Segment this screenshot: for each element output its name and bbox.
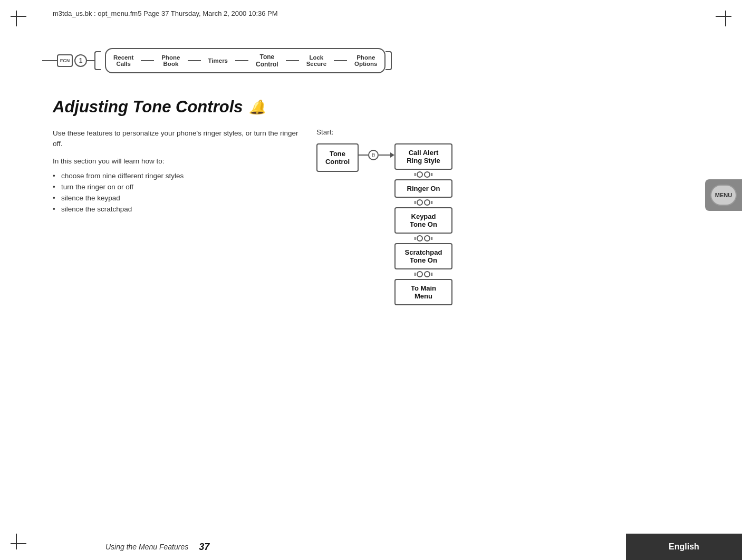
flow-box-to-main-menu: To Main Menu bbox=[394, 279, 452, 305]
nav-items-box: Recent Calls Phone Book Timers Tone Cont… bbox=[105, 48, 386, 73]
vert-line-4a bbox=[415, 273, 416, 276]
vert-line-2b bbox=[431, 201, 432, 204]
flow-box-ringer-on: Ringer On bbox=[394, 179, 452, 198]
menu-button-container: MENU bbox=[705, 179, 742, 211]
corner-mark-tr bbox=[716, 11, 731, 26]
arrow-body bbox=[379, 155, 390, 156]
page-number: 37 bbox=[199, 542, 209, 553]
circle-left-4 bbox=[417, 271, 423, 277]
nav-item-phone-options: Phone Options bbox=[347, 53, 384, 68]
filepath: m3tda_us.bk : opt_menu.fm5 Page 37 Thurs… bbox=[53, 9, 278, 17]
nav-sep-3 bbox=[235, 60, 248, 61]
flow-box-call-alert: Call Alert Ring Style bbox=[394, 143, 452, 170]
vert-line-3b bbox=[431, 237, 432, 240]
double-circle-3 bbox=[415, 235, 432, 242]
nav-left-dash bbox=[42, 60, 57, 61]
vert-line-1b bbox=[431, 173, 432, 176]
circle-left-2 bbox=[417, 199, 423, 206]
nav-bracket bbox=[94, 51, 101, 70]
nav-item-lock-secure: Lock Secure bbox=[299, 53, 334, 68]
double-circle-1 bbox=[415, 171, 432, 178]
flow-right-stack: Call Alert Ring Style Ringer On bbox=[394, 143, 452, 305]
page-title: Adjusting Tone Controls 🔔 bbox=[53, 98, 637, 117]
connector-line-left bbox=[359, 155, 368, 156]
nav-item-recent-calls: Recent Calls bbox=[106, 53, 141, 68]
language-label: English bbox=[626, 534, 742, 560]
list-item: • choose from nine different ringer styl… bbox=[53, 170, 306, 181]
learn-text: In this section you will learn how to: bbox=[53, 157, 306, 165]
fcn-icon: FCN bbox=[57, 54, 73, 67]
pre-nav-line bbox=[87, 60, 94, 61]
right-column: Start: Tone Control θ bbox=[316, 128, 452, 305]
one-icon: 1 bbox=[74, 54, 87, 67]
bell-icon: 🔔 bbox=[249, 99, 266, 115]
corner-mark-tl bbox=[11, 11, 26, 26]
vert-line-2a bbox=[415, 201, 416, 204]
start-label: Start: bbox=[316, 128, 452, 136]
list-item: • silence the scratchpad bbox=[53, 204, 306, 215]
main-content: Adjusting Tone Controls 🔔 Use these feat… bbox=[53, 98, 637, 305]
content-columns: Use these features to personalize your p… bbox=[53, 128, 637, 305]
vert-line-3a bbox=[415, 237, 416, 240]
circle-right-1 bbox=[424, 171, 430, 178]
nav-item-phone-book: Phone Book bbox=[154, 53, 187, 68]
nav-bar: FCN 1 Recent Calls Phone Book Timers Ton… bbox=[42, 37, 673, 84]
circle-left-1 bbox=[417, 171, 423, 178]
nav-sep-4 bbox=[286, 60, 299, 61]
using-text: Using the Menu Features bbox=[105, 543, 188, 551]
bottom-bar: Using the Menu Features 37 English bbox=[0, 534, 742, 560]
tone-control-box: Tone Control bbox=[316, 143, 359, 172]
vert-line-1a bbox=[415, 173, 416, 176]
right-arrow bbox=[379, 152, 394, 158]
list-item: • silence the keypad bbox=[53, 192, 306, 204]
theta-circle: θ bbox=[368, 150, 379, 160]
intro-text: Use these features to personalize your p… bbox=[53, 128, 306, 150]
bottom-left: Using the Menu Features 37 bbox=[0, 534, 626, 560]
arrow-head bbox=[390, 152, 394, 158]
circle-right-3 bbox=[424, 235, 430, 242]
bullet-list: • choose from nine different ringer styl… bbox=[53, 170, 306, 215]
menu-button[interactable]: MENU bbox=[710, 185, 737, 206]
circle-left-3 bbox=[417, 235, 423, 242]
circle-right-2 bbox=[424, 199, 430, 206]
flow-left-section: Tone Control bbox=[316, 143, 359, 172]
circle-right-4 bbox=[424, 271, 430, 277]
double-circle-4 bbox=[415, 271, 432, 277]
vert-line-4b bbox=[431, 273, 432, 276]
left-column: Use these features to personalize your p… bbox=[53, 128, 306, 305]
flow-box-scratchpad-tone: Scratchpad Tone On bbox=[394, 243, 452, 269]
double-circle-2 bbox=[415, 199, 432, 206]
nav-phone-icons: FCN 1 bbox=[42, 54, 87, 67]
nav-sep-1 bbox=[141, 60, 154, 61]
list-item: • turn the ringer on or off bbox=[53, 181, 306, 192]
flow-box-keypad-tone: Keypad Tone On bbox=[394, 207, 452, 234]
flow-diagram: Tone Control θ bbox=[316, 143, 452, 305]
nav-item-timers: Timers bbox=[201, 56, 236, 65]
nav-bracket-right bbox=[386, 51, 392, 70]
flow-connector: θ bbox=[359, 150, 394, 160]
nav-item-tone-control: Tone Control bbox=[248, 52, 286, 69]
nav-sep-5 bbox=[334, 60, 347, 61]
nav-sep-2 bbox=[188, 60, 201, 61]
